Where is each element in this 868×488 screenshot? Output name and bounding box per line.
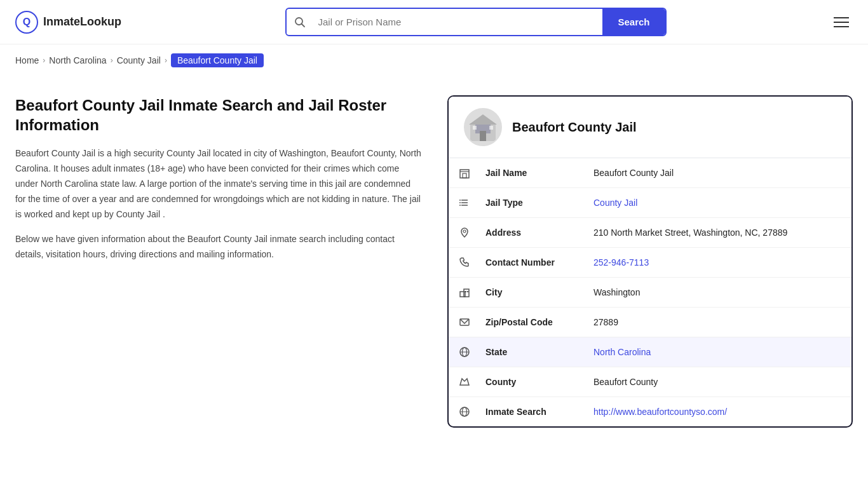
row-label: County: [480, 368, 588, 396]
search-icon: [287, 10, 313, 34]
info-card: Beaufort County Jail Jail NameBeaufort C…: [447, 95, 853, 428]
svg-point-19: [463, 230, 466, 233]
row-label: Contact Number: [480, 248, 588, 276]
row-label: Jail Type: [480, 189, 588, 217]
row-label: Inmate Search: [480, 398, 588, 426]
svg-rect-11: [463, 173, 466, 178]
logo-icon: Q: [15, 11, 38, 34]
svg-point-17: [459, 202, 461, 203]
row-value[interactable]: 252-946-7113: [588, 248, 851, 276]
svg-point-18: [459, 205, 461, 206]
row-label: Address: [480, 219, 588, 247]
logo[interactable]: Q InmateLookup: [15, 11, 121, 34]
svg-line-3: [301, 24, 304, 27]
left-column: Beaufort County Jail Inmate Search and J…: [15, 95, 422, 428]
hamburger-line-1: [834, 17, 849, 18]
search-button[interactable]: Search: [602, 9, 665, 35]
search-wrapper: Search: [285, 8, 667, 36]
phone-icon: [449, 248, 480, 277]
list-icon: [449, 188, 480, 217]
info-row: CityWashington: [449, 278, 851, 308]
row-label: Zip/Postal Code: [480, 308, 588, 336]
location-icon: [449, 218, 480, 247]
row-value[interactable]: http://www.beaufortcountyso.com/: [588, 398, 851, 426]
info-rows: Jail NameBeaufort County JailJail TypeCo…: [449, 158, 851, 426]
card-title: Beaufort County Jail: [512, 120, 637, 135]
row-label: City: [480, 278, 588, 306]
breadcrumb: Home › North Carolina › County Jail › Be…: [0, 44, 868, 76]
svg-rect-7: [480, 131, 486, 141]
row-link[interactable]: North Carolina: [593, 347, 651, 357]
search-globe-icon: [449, 397, 480, 426]
svg-text:Q: Q: [23, 17, 31, 27]
city-icon: [449, 278, 480, 307]
breadcrumb-current: Beaufort County Jail: [171, 53, 264, 67]
main-content: Beaufort County Jail Inmate Search and J…: [0, 76, 868, 453]
search-input[interactable]: [313, 10, 603, 34]
info-row: Jail NameBeaufort County Jail: [449, 158, 851, 188]
globe-icon: [449, 337, 480, 367]
svg-marker-6: [469, 114, 497, 125]
row-link[interactable]: 252-946-7113: [593, 257, 649, 268]
row-value: 27889: [588, 308, 851, 336]
building-icon: [466, 111, 499, 144]
svg-rect-21: [464, 289, 469, 297]
info-row: StateNorth Carolina: [449, 337, 851, 367]
chevron-icon-3: ›: [165, 56, 167, 65]
logo-text: InmateLookup: [43, 15, 121, 29]
row-label: Jail Name: [480, 159, 588, 187]
chevron-icon-1: ›: [43, 56, 45, 65]
svg-rect-9: [489, 126, 493, 130]
search-bar: Search: [285, 8, 667, 36]
hamburger-line-2: [834, 22, 849, 23]
mail-icon: [449, 308, 480, 337]
description-2: Below we have given information about th…: [15, 232, 422, 262]
card-header: Beaufort County Jail: [449, 97, 851, 158]
row-value: Beaufort County Jail: [588, 159, 851, 187]
info-row: Zip/Postal Code27889: [449, 308, 851, 337]
jail-thumbnail: [464, 108, 502, 146]
right-column: Beaufort County Jail Jail NameBeaufort C…: [447, 95, 853, 428]
svg-rect-22: [465, 291, 466, 292]
svg-rect-20: [460, 292, 465, 297]
row-value[interactable]: North Carolina: [588, 338, 851, 366]
county-icon: [449, 367, 480, 396]
row-link[interactable]: County Jail: [593, 198, 637, 208]
description-1: Beaufort County Jail is a high security …: [15, 146, 422, 222]
svg-point-16: [459, 200, 461, 201]
header: Q InmateLookup Search: [0, 0, 868, 44]
svg-rect-23: [467, 291, 468, 292]
page-title: Beaufort County Jail Inmate Search and J…: [15, 95, 422, 135]
info-row: Jail TypeCounty Jail: [449, 188, 851, 218]
info-row: CountyBeaufort County: [449, 367, 851, 397]
row-label: State: [480, 338, 588, 366]
hamburger-line-3: [834, 26, 849, 27]
info-row: Inmate Searchhttp://www.beaufortcountyso…: [449, 397, 851, 426]
menu-button[interactable]: [830, 13, 853, 31]
row-link[interactable]: http://www.beaufortcountyso.com/: [593, 407, 727, 417]
chevron-icon-2: ›: [111, 56, 113, 65]
row-value: 210 North Market Street, Washington, NC,…: [588, 219, 851, 247]
row-value[interactable]: County Jail: [588, 189, 851, 217]
row-value: Beaufort County: [588, 368, 851, 396]
breadcrumb-type[interactable]: County Jail: [117, 55, 161, 65]
svg-rect-8: [473, 126, 477, 130]
info-row: Address210 North Market Street, Washingt…: [449, 218, 851, 248]
row-value: Washington: [588, 278, 851, 306]
info-row: Contact Number252-946-7113: [449, 248, 851, 278]
building-icon: [449, 158, 480, 187]
breadcrumb-state[interactable]: North Carolina: [49, 55, 106, 65]
breadcrumb-home[interactable]: Home: [15, 55, 39, 65]
